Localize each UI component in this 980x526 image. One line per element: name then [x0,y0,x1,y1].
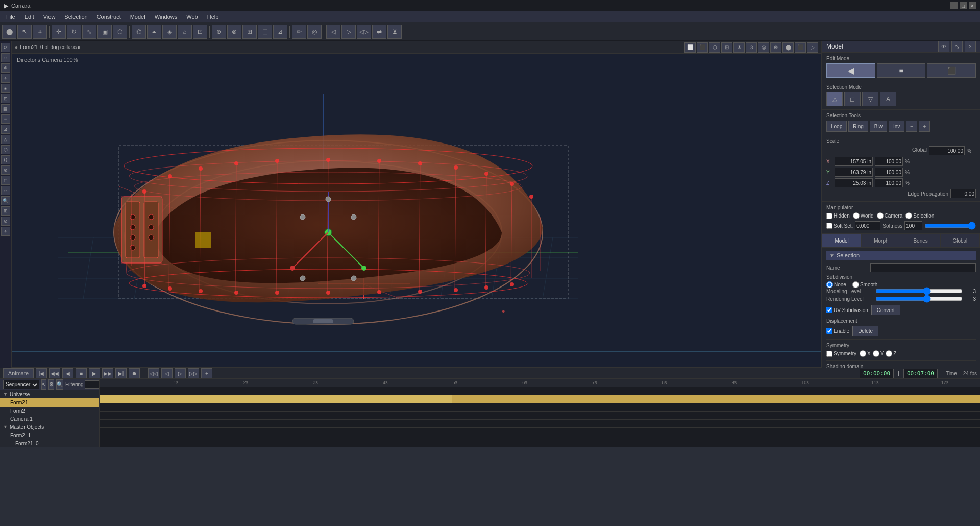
sel-mode-face[interactable]: ▽ [862,92,878,106]
tool-weld[interactable]: ⊕ [212,25,226,39]
strip-btn-1[interactable]: ⟳ [1,43,10,52]
edit-mode-btn-2[interactable]: ≡ [877,63,926,78]
tool-knife[interactable]: ⌬ [132,25,146,39]
x-axis-input[interactable] [860,350,866,357]
selection-radio-input[interactable] [905,212,912,219]
tool-extrude[interactable]: ⏶ [147,25,161,39]
tool-normal[interactable]: ⊿ [273,25,287,39]
menu-selection[interactable]: Selection [60,13,91,21]
sel-tool-plus[interactable]: + [919,121,930,132]
y-axis-radio[interactable]: Y [873,350,884,357]
menu-edit[interactable]: Edit [20,13,38,21]
tool-unweld[interactable]: ⊗ [227,25,241,39]
strip-btn-11[interactable]: ⬡ [1,145,10,154]
selection-radio[interactable]: Selection [905,212,934,219]
world-radio[interactable]: World [853,212,874,219]
vp-icon-10[interactable]: ⬛ [795,42,806,53]
x-value1-input[interactable] [835,157,873,166]
vp-icon-9[interactable]: ⬤ [782,42,794,53]
strip-btn-2[interactable]: ↔ [1,53,10,62]
z-axis-radio[interactable]: Z [886,350,896,357]
strip-btn-8[interactable]: ⌗ [1,114,10,124]
vp-icon-5[interactable]: ☀ [733,42,745,53]
hidden-checkbox[interactable]: Hidden [826,213,850,219]
vp-icon-4[interactable]: ⊞ [721,42,732,53]
tool-smooth2[interactable]: ◎ [307,25,322,39]
tl-prev2[interactable]: ◁◁ [148,368,159,378]
none-radio-input[interactable] [826,281,833,288]
global-value-input[interactable] [929,146,965,155]
tool-move[interactable]: ✛ [52,25,66,39]
tl-prev3[interactable]: ◁ [161,368,173,378]
tl-rewind[interactable]: |◀ [36,368,47,378]
menu-file[interactable]: File [2,13,19,21]
maximize-button[interactable]: □ [960,2,967,9]
camera-radio-input[interactable] [877,212,884,219]
strip-btn-7[interactable]: ▦ [1,104,10,113]
tool-bevel[interactable]: ◈ [162,25,177,39]
animate-button[interactable]: Animate [3,368,34,378]
strip-btn-12[interactable]: ⟨⟩ [1,155,10,164]
world-radio-input[interactable] [853,212,860,219]
tool-sphere[interactable]: ⬤ [2,25,16,39]
tool-cylinder[interactable]: ⬡ [113,25,127,39]
strip-btn-13[interactable]: ⊛ [1,165,10,175]
tool-select[interactable]: ↖ [17,25,32,39]
strip-btn-18[interactable]: ⊙ [1,217,10,226]
tl-prev-frame[interactable]: ◀◀ [49,368,60,378]
rendering-level-slider[interactable] [875,296,963,302]
sel-tool-loop[interactable]: Loop [826,121,847,132]
strip-btn-19[interactable]: ⌖ [1,227,10,236]
vp-icon-2[interactable]: ⬛ [697,42,708,53]
tool-scale[interactable]: ⤡ [82,25,96,39]
softness-value[interactable] [904,221,922,230]
symmetry-checkbox[interactable]: Symmetry [826,351,856,357]
soft-set-cb[interactable] [826,223,832,229]
tool-flip[interactable]: ⇌ [372,25,386,39]
vp-icon-1[interactable]: ⬜ [684,42,696,53]
tool-box[interactable]: ▣ [97,25,112,39]
menu-help[interactable]: Help [203,13,223,21]
strip-btn-6[interactable]: ⊡ [1,94,10,103]
track-filter-icon[interactable]: 🔍 [56,379,63,390]
timeline-tracks-area[interactable]: 1s 2s 3s 4s 5s 6s 7s 8s 9s 10s 11s 12s [100,379,980,447]
vp-icon-3[interactable]: ⬡ [709,42,720,53]
softness-slider[interactable] [924,223,976,229]
strip-btn-9[interactable]: ⊿ [1,125,10,134]
track-settings-icon[interactable]: ⚙ [48,379,54,390]
track-select-icon[interactable]: ↖ [41,379,46,390]
tl-next2[interactable]: ▷ [175,368,186,378]
y-value2-input[interactable] [875,168,903,177]
tool-rotate[interactable]: ↻ [67,25,81,39]
menu-model[interactable]: Model [126,13,150,21]
tool-flatten[interactable]: ⊞ [242,25,257,39]
minimize-button[interactable]: − [950,2,958,9]
z-axis-input[interactable] [886,350,892,357]
tool-lasso[interactable]: ⌗ [33,25,47,39]
enable-cb[interactable] [826,328,832,334]
sel-mode-vertex[interactable]: △ [826,92,843,106]
camera-radio[interactable]: Camera [877,212,903,219]
view-icon-3[interactable]: × [965,41,976,52]
tool-edge[interactable]: ⌶ [258,25,272,39]
z-value1-input[interactable] [835,178,873,187]
track-row-form21[interactable] [100,395,980,403]
edge-prop-input[interactable] [950,189,976,198]
tl-next-frame[interactable]: ▶▶ [102,368,113,378]
tab-model[interactable]: Model [822,234,862,247]
soft-set-checkbox[interactable]: Soft Set. [826,223,853,229]
strip-btn-5[interactable]: ◈ [1,84,10,93]
x-axis-radio[interactable]: X [860,350,871,357]
sel-mode-edge[interactable]: ◻ [844,92,861,106]
none-radio[interactable]: None [826,281,846,288]
strip-btn-16[interactable]: 🔍 [1,196,10,205]
sel-tool-minus[interactable]: − [906,121,917,132]
view-icon-2[interactable]: ⤡ [951,41,963,52]
view-icon-1[interactable]: 👁 [938,41,949,52]
uv-subdiv-checkbox[interactable]: UV Subdivision [826,307,868,313]
edit-mode-btn-1[interactable]: ◀ [826,63,875,78]
tool-arrow1[interactable]: ◁ [326,25,340,39]
tool-loop[interactable]: ⊡ [193,25,207,39]
menu-view[interactable]: View [39,13,60,21]
hidden-cb-input[interactable] [826,213,832,219]
